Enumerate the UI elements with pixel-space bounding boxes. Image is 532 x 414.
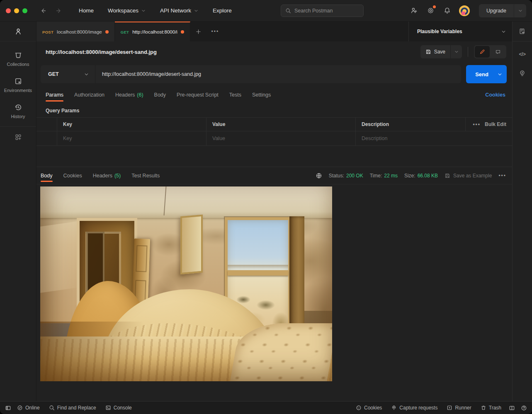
edit-comment-toggle [474,45,506,58]
chevron-down-icon [141,8,146,13]
runner-button[interactable]: Runner [447,405,471,411]
new-tab-plus-icon[interactable] [190,22,207,41]
tab-post-localhost-image[interactable]: POST localhost:8000/image [36,22,115,41]
sidebar-item-collections[interactable]: Collections [0,46,36,72]
globe-icon[interactable] [316,172,322,179]
my-workspace-user-icon[interactable] [0,22,36,41]
runner-icon [447,405,452,411]
toggle-sidebar-icon[interactable] [5,405,11,411]
save-as-example-button[interactable]: Save as Example [445,173,492,179]
trash-button[interactable]: Trash [481,405,501,411]
cookies-button[interactable]: Cookies [356,405,382,411]
params-options-dots-icon[interactable]: ••• [473,122,481,127]
response-pane: Body Cookies Headers(5) Test Results Sta… [36,167,512,401]
response-tabs: Body Cookies Headers(5) Test Results Sta… [36,167,512,184]
response-size: Size:66.08 KB [404,173,438,179]
tab-headers[interactable]: Headers(6) [115,86,143,104]
history-icon [14,103,22,111]
tab-pre-request-script[interactable]: Pre-request Script [177,86,219,104]
query-params-label: Query Params [36,104,512,117]
search-input[interactable] [294,8,359,14]
avatar[interactable] [459,5,470,16]
url-input[interactable] [102,71,454,77]
bolt-lightbulb-icon[interactable] [513,64,532,83]
bulk-edit-button[interactable]: Bulk Edit [485,121,506,127]
response-tab-body[interactable]: Body [41,167,53,184]
unsaved-changes-dot [181,30,184,34]
response-image [40,186,332,381]
cookies-link[interactable]: Cookies [485,86,505,104]
response-time: Time:22 ms [370,173,398,179]
find-and-replace-button[interactable]: Find and Replace [49,405,96,411]
save-floppy-icon [445,173,450,179]
capture-requests-icon [391,405,397,411]
response-tab-test-results[interactable]: Test Results [131,167,160,184]
send-menu-chevron-icon[interactable] [493,65,507,83]
capture-requests-button[interactable]: Capture requests [391,405,437,411]
param-description-input[interactable] [362,136,459,141]
edit-pencil-icon[interactable] [475,46,490,58]
trash-icon [481,405,486,411]
comment-icon[interactable] [491,46,505,58]
tab-tests[interactable]: Tests [229,86,241,104]
request-title: http://localhost:8000/image/desert-sand.… [46,49,420,55]
close-window-button[interactable] [6,8,11,13]
method-select[interactable]: GET [41,65,95,83]
code-snippet-icon[interactable]: </> [513,45,532,64]
configure-sidebar-icon[interactable] [0,126,36,141]
window-controls [6,8,27,13]
nav-workspaces[interactable]: Workspaces [103,5,151,16]
response-meta: Status:200 OK Time:22 ms Size:66.08 KB S… [316,167,506,184]
tab-get-localhost-image-active[interactable]: GET http://localhost:8000/i [115,22,190,41]
upgrade-menu-chevron-icon[interactable] [514,4,526,17]
status-bar: Online Find and Replace Console Cookies … [0,401,532,414]
query-params-empty-row [36,131,512,146]
console-button[interactable]: Console [105,405,132,411]
response-status: Status:200 OK [329,173,363,179]
chevron-down-icon [84,72,89,77]
tab-settings[interactable]: Settings [252,86,271,104]
global-search[interactable] [281,5,364,17]
search-icon [49,405,55,411]
save-button[interactable]: Save [420,45,450,58]
layout-panes-icon[interactable] [509,405,515,411]
chevron-down-icon [501,29,506,34]
sidebar-item-environments[interactable]: Environments [0,72,36,98]
response-tab-headers[interactable]: Headers(5) [93,167,121,184]
response-tab-cookies[interactable]: Cookies [63,167,82,184]
send-button[interactable]: Send [466,65,493,83]
url-bar: GET Send [36,62,512,86]
notifications-bell-icon[interactable] [441,5,453,17]
nav-explore[interactable]: Explore [208,5,237,16]
column-header-value: Value [206,118,355,131]
nav-api-network[interactable]: API Network [155,5,204,16]
upgrade-button[interactable]: Upgrade [479,4,514,17]
settings-gear-icon[interactable] [424,5,437,17]
tab-params[interactable]: Params [46,86,63,104]
invite-user-icon[interactable] [408,5,420,17]
environment-selector[interactable]: Plausible Variables [408,22,512,41]
environment-quick-look-icon[interactable] [513,22,532,41]
nav-home[interactable]: Home [74,5,99,16]
right-sidebar: </> [512,22,532,401]
upgrade-split-button: Upgrade [479,4,526,17]
response-options-dots-icon[interactable]: ••• [498,173,506,178]
top-bar-actions: Upgrade [408,4,526,17]
postman-window: Home Workspaces API Network Explore Upgr… [0,0,532,414]
sidebar-item-history[interactable]: History [0,98,36,124]
forward-icon[interactable] [52,6,66,16]
save-floppy-icon [425,49,431,55]
save-split-button: Save [420,45,462,58]
param-value-input[interactable] [212,136,350,141]
save-menu-chevron-icon[interactable] [450,45,462,58]
online-status[interactable]: Online [17,405,40,411]
tab-authorization[interactable]: Authorization [74,86,104,104]
param-key-input[interactable] [63,136,200,141]
minimize-window-button[interactable] [14,8,19,13]
help-icon[interactable] [521,405,527,411]
left-sidebar: Collections Environments History [0,22,36,401]
tab-options-dots-icon[interactable]: ••• [207,22,223,41]
zoom-window-button[interactable] [22,8,27,13]
tab-body[interactable]: Body [154,86,166,104]
back-icon[interactable] [36,6,50,16]
